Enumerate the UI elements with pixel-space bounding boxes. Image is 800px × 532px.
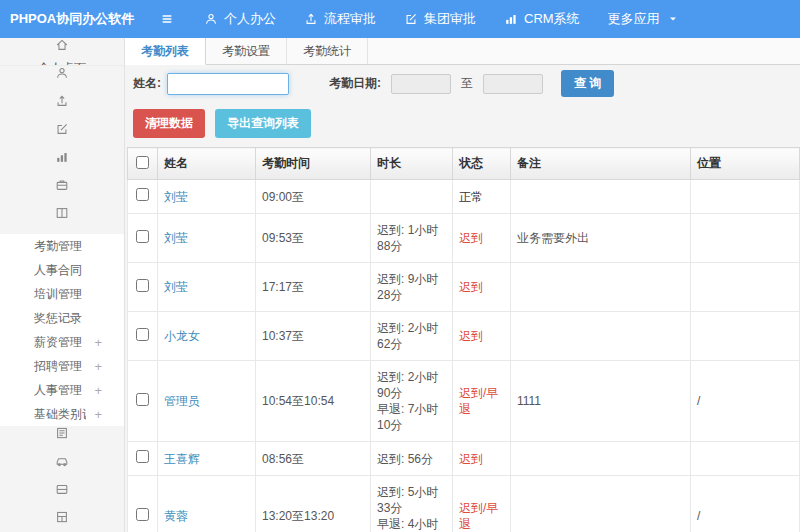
sidebar-item[interactable]: 公文管理+ <box>0 426 124 454</box>
caret-down-icon <box>666 13 680 25</box>
sidebar-item[interactable]: 薪资管理+ <box>0 330 124 354</box>
employee-name-link[interactable]: 王喜辉 <box>164 452 200 466</box>
sidebar-item[interactable]: 集团审批+ <box>0 122 124 150</box>
car-icon <box>55 454 69 468</box>
sidebar-item-label: 培训管理 <box>34 286 82 303</box>
edit-icon <box>55 122 69 136</box>
action-row: 清理数据 导出查询列表 <box>125 102 800 147</box>
name-input[interactable] <box>167 73 289 95</box>
employee-name-link[interactable]: 刘莹 <box>164 190 188 204</box>
row-checkbox[interactable] <box>136 328 149 341</box>
search-button[interactable]: 查 询 <box>561 70 614 97</box>
tab[interactable]: 考勤设置 <box>206 38 287 64</box>
row-checkbox[interactable] <box>136 279 149 292</box>
sidebar-item[interactable]: 项目管理+ <box>0 510 124 532</box>
sidebar-item-label: 薪资管理 <box>34 334 82 351</box>
sidebar-item-label: 考勤管理 <box>34 238 82 255</box>
employee-name-link[interactable]: 刘莹 <box>164 231 188 245</box>
select-all-header <box>128 148 158 180</box>
table-row: 刘莹 17:17至 迟到: 9小时28分 迟到 <box>128 263 800 312</box>
duration-cell: 迟到: 2小时90分早退: 7小时10分 <box>371 361 453 442</box>
export-list-button[interactable]: 导出查询列表 <box>215 109 311 138</box>
employee-name-link[interactable]: 小龙女 <box>164 329 200 343</box>
user-icon <box>55 66 69 80</box>
attendance-time-cell: 17:17至 <box>256 263 371 312</box>
expand-toggle-icon[interactable]: + <box>94 335 102 350</box>
sidebar-item[interactable]: 个人办公+ <box>0 66 124 94</box>
sidebar-item[interactable]: 人事合同 <box>0 258 124 282</box>
duration-line: 迟到: 2小时90分 <box>377 369 446 401</box>
location-cell <box>691 180 800 214</box>
sidebar-item[interactable]: 基础类别设置+ <box>0 402 124 426</box>
sidebar-item[interactable]: 招聘管理+ <box>0 354 124 378</box>
sidebar-item[interactable]: 人事管理+ <box>0 378 124 402</box>
app-title: PHPOA协同办公软件 <box>10 10 160 28</box>
share-icon <box>55 94 69 108</box>
location-cell <box>691 442 800 476</box>
sidebar-item[interactable]: 人力资源- <box>0 206 124 234</box>
sidebar-item[interactable]: 培训管理 <box>0 282 124 306</box>
menu-toggle-icon[interactable] <box>160 12 174 26</box>
status-cell: 迟到/早退 <box>453 361 511 442</box>
table-header-row: 姓名考勤时间时长状态备注位置 <box>128 148 800 180</box>
nav-crm-system[interactable]: CRM系统 <box>504 10 580 28</box>
status-cell: 迟到 <box>453 312 511 361</box>
table-row: 黄蓉 13:20至13:20 迟到: 5小时33分早退: 4小时67分 迟到/早… <box>128 476 800 532</box>
sidebar-item[interactable]: 档案管理+ <box>0 482 124 510</box>
date-from-input[interactable] <box>391 74 451 94</box>
sidebar-item-label: 招聘管理 <box>34 358 82 375</box>
remark-cell <box>511 180 691 214</box>
briefcase-icon <box>55 178 69 192</box>
row-checkbox[interactable] <box>136 393 149 406</box>
chart-icon <box>55 150 69 164</box>
duration-cell: 迟到: 56分 <box>371 442 453 476</box>
nav-more-apps[interactable]: 更多应用 <box>608 10 680 28</box>
home-icon <box>55 38 69 52</box>
name-label: 姓名: <box>133 75 161 92</box>
nav-label: 个人办公 <box>224 10 276 28</box>
expand-toggle-icon[interactable]: + <box>94 407 102 422</box>
sidebar-item[interactable]: 行政办公+ <box>0 178 124 206</box>
sidebar-item[interactable]: 个人桌面 <box>0 38 124 66</box>
sidebar-item[interactable]: 流程审批+ <box>0 94 124 122</box>
column-header: 姓名 <box>158 148 256 180</box>
nav-label: 更多应用 <box>608 10 660 28</box>
duration-line: 迟到: 9小时28分 <box>377 271 446 303</box>
location-cell <box>691 312 800 361</box>
duration-cell: 迟到: 5小时33分早退: 4小时67分 <box>371 476 453 532</box>
row-checkbox[interactable] <box>136 508 149 521</box>
expand-toggle-icon[interactable]: + <box>94 359 102 374</box>
status-cell: 迟到 <box>453 442 511 476</box>
sidebar-item[interactable]: 用车管理+ <box>0 454 124 482</box>
sidebar-item[interactable]: 考勤管理 <box>0 234 124 258</box>
table-row: 管理员 10:54至10:54 迟到: 2小时90分早退: 7小时10分 迟到/… <box>128 361 800 442</box>
edit-icon <box>404 12 418 26</box>
attendance-table-area: 姓名考勤时间时长状态备注位置 刘莹 09:00至 正常 刘莹 09:53至 迟到… <box>127 147 800 532</box>
sidebar-item[interactable]: CRM系统+ <box>0 150 124 178</box>
duration-cell: 迟到: 9小时28分 <box>371 263 453 312</box>
employee-name-link[interactable]: 管理员 <box>164 394 200 408</box>
sidebar-item[interactable]: 奖惩记录 <box>0 306 124 330</box>
nav-process-approval[interactable]: 流程审批 <box>304 10 376 28</box>
duration-line: 早退: 4小时67分 <box>377 516 446 532</box>
tab[interactable]: 考勤列表 <box>125 38 206 65</box>
select-all-checkbox[interactable] <box>136 156 149 169</box>
expand-toggle-icon[interactable]: + <box>94 383 102 398</box>
row-checkbox[interactable] <box>136 450 149 463</box>
employee-name-link[interactable]: 刘莹 <box>164 280 188 294</box>
tab[interactable]: 考勤统计 <box>287 38 368 64</box>
row-checkbox[interactable] <box>136 188 149 201</box>
row-checkbox[interactable] <box>136 230 149 243</box>
nav-group-approval[interactable]: 集团审批 <box>404 10 476 28</box>
table-row: 刘莹 09:53至 迟到: 1小时88分 迟到 业务需要外出 <box>128 214 800 263</box>
user-icon <box>204 12 218 26</box>
date-to-input[interactable] <box>483 74 543 94</box>
nav-personal-office[interactable]: 个人办公 <box>204 10 276 28</box>
filter-row: 姓名: 考勤日期: 至 查 询 <box>125 65 800 102</box>
location-cell: / <box>691 361 800 442</box>
duration-cell: 迟到: 1小时88分 <box>371 214 453 263</box>
table-body: 刘莹 09:00至 正常 刘莹 09:53至 迟到: 1小时88分 迟到 业务需… <box>128 180 800 532</box>
clean-data-button[interactable]: 清理数据 <box>133 109 205 138</box>
employee-name-link[interactable]: 黄蓉 <box>164 509 188 523</box>
sidebar-item-label: 个人桌面 <box>38 60 86 65</box>
